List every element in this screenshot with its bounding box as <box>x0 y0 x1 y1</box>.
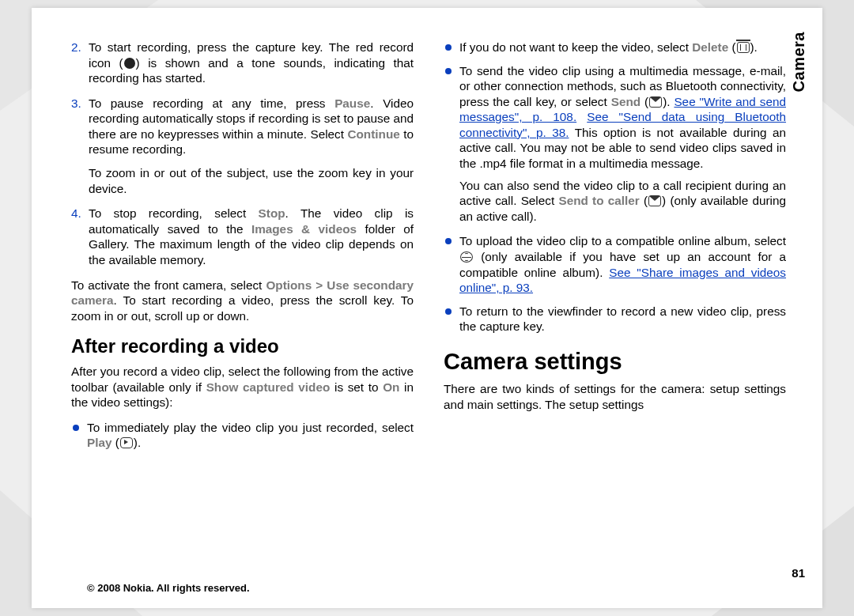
after-para: After you record a video clip, select th… <box>71 364 414 410</box>
front-camera-para: To activate the front camera, select Opt… <box>71 278 414 324</box>
step3-pre: To pause recording at any time, press <box>89 96 334 110</box>
play-pre: To immediately play the video clip you j… <box>87 421 414 434</box>
play-post2: ). <box>134 436 141 449</box>
globe-icon <box>460 251 473 263</box>
options-label: Options <box>266 278 312 292</box>
stop-label: Stop <box>259 206 285 220</box>
on-label: On <box>383 380 399 394</box>
envelope-icon <box>648 195 661 206</box>
page-sheet: Camera 81 © 2008 Nokia. All rights reser… <box>32 8 822 608</box>
play-post: ( <box>111 436 119 449</box>
bullet-delete: If you do not want to keep the video, se… <box>444 40 786 55</box>
del-pre: If you do not want to keep the video, se… <box>459 40 692 54</box>
after-mid: is set to <box>330 380 383 394</box>
section-tab: Camera <box>790 32 808 92</box>
camera-settings-para: There are two kinds of settings for the … <box>444 381 786 412</box>
step-2: 2. To start recording, press the capture… <box>71 40 414 86</box>
play-label: Play <box>87 436 111 449</box>
content-columns: 2. To start recording, press the capture… <box>71 40 786 561</box>
send-to-caller-label: Send to caller <box>558 194 639 207</box>
step-4: 4. To stop recording, select Stop. The v… <box>71 206 414 267</box>
bullet-return: To return to the viewfinder to record a … <box>444 304 786 334</box>
del-post2: ). <box>750 40 758 54</box>
stc-post: ( <box>640 194 648 207</box>
steps-list: 2. To start recording, press the capture… <box>71 40 414 268</box>
step4-pre: To stop recording, select <box>89 206 259 220</box>
play-icon <box>120 437 133 448</box>
send-label: Send <box>611 95 640 108</box>
copyright-footer: © 2008 Nokia. All rights reserved. <box>87 582 250 594</box>
send-paren: ( <box>640 95 648 108</box>
page-number: 81 <box>792 566 805 580</box>
send-to-caller-para: You can also send the video clip to a ca… <box>459 178 786 225</box>
envelope-icon <box>649 96 662 108</box>
heading-after-recording: After recording a video <box>71 334 414 359</box>
bullet-play: To immediately play the video clip you j… <box>71 420 414 451</box>
step-text-b: ) is shown and a tone sounds, indicating… <box>89 56 414 85</box>
zoom-note: To zoom in or out of the subject, use th… <box>89 165 414 196</box>
bullet-send: To send the video clip using a multimedi… <box>444 63 786 225</box>
step-marker: 2. <box>71 40 81 55</box>
bullet-upload: To upload the video clip to a compatible… <box>444 233 786 295</box>
images-videos-label: Images & videos <box>251 222 357 236</box>
front-post: . To start recording a video, press the … <box>71 293 414 323</box>
del-post: ( <box>728 40 735 54</box>
upload-pre: To upload the video clip to a compatible… <box>459 234 786 248</box>
after-bullets-left: To immediately play the video clip you j… <box>71 420 414 451</box>
chevron-right-icon: > <box>316 278 323 292</box>
continue-label: Continue <box>347 127 399 141</box>
record-icon <box>124 58 135 69</box>
step-marker: 4. <box>71 206 81 221</box>
pause-label: Pause <box>334 96 370 110</box>
show-captured-video-label: Show captured video <box>206 380 331 394</box>
front-pre: To activate the front camera, select <box>71 278 266 292</box>
step-marker: 3. <box>71 96 81 111</box>
heading-camera-settings: Camera settings <box>444 347 786 376</box>
delete-label: Delete <box>692 40 728 54</box>
trash-icon <box>737 42 750 53</box>
step-3: 3. To pause recording at any time, press… <box>71 96 414 196</box>
after-bullets-right: If you do not want to keep the video, se… <box>444 40 786 334</box>
